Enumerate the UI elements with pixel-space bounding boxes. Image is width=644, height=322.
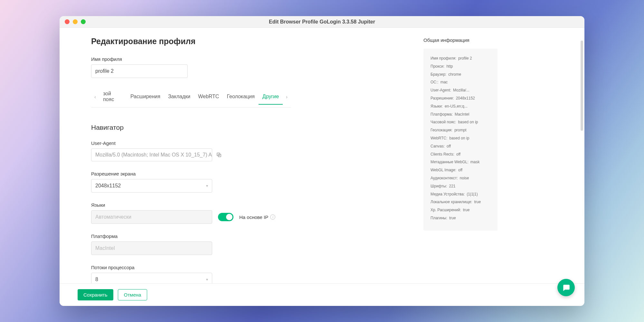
user-agent-input[interactable]: Mozilla/5.0 (Macintosh; Intel Mac OS X 1…	[91, 148, 212, 161]
summary-value: off	[447, 144, 451, 149]
summary-value: en-US,en;q...	[445, 104, 468, 109]
summary-key: Часовой пояс:	[431, 119, 456, 125]
summary-key: Геолокация:	[431, 128, 452, 133]
summary-key: Хр. Расширений:	[431, 207, 461, 213]
titlebar: Edit Browser Profile GoLogin 3.3.58 Jupi…	[60, 16, 584, 28]
summary-value: MacIntel	[455, 112, 469, 117]
resolution-select[interactable]: 2048x1152 ▾	[91, 179, 212, 193]
summary-row: Clients Rects:off	[431, 152, 490, 157]
resolution-field: Разрешение экрана 2048x1152 ▾	[91, 171, 423, 193]
languages-placeholder: Автоматически	[95, 214, 131, 220]
cancel-button[interactable]: Отмена	[118, 289, 147, 300]
summary-key: Плагины:	[431, 215, 447, 221]
tab-label: Другие	[262, 94, 279, 99]
summary-key: Clients Rects:	[431, 152, 454, 157]
chevron-down-icon: ▾	[206, 184, 208, 188]
tab-label: Геолокация	[227, 94, 254, 99]
minimize-window-icon[interactable]	[73, 19, 78, 24]
summary-value: true	[474, 199, 481, 205]
navigator-heading: Навигатор	[91, 124, 423, 131]
tabs-scroll-right[interactable]: ›	[283, 94, 291, 104]
copy-icon[interactable]	[216, 152, 222, 158]
summary-row: Локальное хранилище:true	[431, 199, 490, 205]
tab-label: зой пояс	[103, 91, 114, 102]
summary-row: Метаданные WebGL:mask	[431, 159, 490, 165]
summary-value: 221	[449, 184, 455, 189]
platform-label: Платформа	[91, 233, 423, 239]
user-agent-field: User-Agent Mozilla/5.0 (Macintosh; Intel…	[91, 140, 423, 161]
summary-row: User-Agent:Mozilla/...	[431, 88, 490, 93]
summary-row: Canvas:off	[431, 144, 490, 149]
fullscreen-window-icon[interactable]	[81, 19, 86, 24]
summary-key: Имя профиля:	[431, 56, 456, 61]
cpu-label: Потоки процессора	[91, 265, 423, 270]
chevron-left-icon: ‹	[94, 94, 96, 99]
tabs-scroll-left[interactable]: ‹	[91, 94, 99, 104]
summary-row: Плагины:true	[431, 215, 490, 221]
summary-row: Шрифты:221	[431, 184, 490, 189]
resolution-value: 2048x1152	[95, 183, 121, 189]
cpu-select[interactable]: 8 ▾	[91, 273, 212, 283]
platform-input: MacIntel	[91, 242, 212, 255]
summary-row: Разрешение:2048x1152	[431, 96, 490, 101]
platform-value: MacIntel	[95, 245, 115, 251]
summary-key: Шрифты:	[431, 184, 447, 189]
info-icon[interactable]: i	[270, 214, 275, 220]
summary-value: off	[456, 152, 460, 157]
profile-name-label: Имя профиля	[91, 56, 423, 62]
summary-key: Языки:	[431, 104, 443, 109]
summary-value: mac	[440, 80, 448, 85]
chat-icon	[562, 283, 570, 292]
summary-row: Аудиоконтекст:noise	[431, 175, 490, 181]
summary-key: Платформа:	[431, 112, 453, 117]
summary-row: Хр. Расширений:true	[431, 207, 490, 213]
summary-value: profile 2	[458, 56, 472, 61]
user-agent-label: User-Agent	[91, 140, 423, 146]
footer: Сохранить Отмена	[60, 283, 584, 306]
summary-key: Прокси:	[431, 64, 444, 69]
close-window-icon[interactable]	[65, 19, 70, 24]
tabs: ‹ зой пояс Расширения Закладки WebRTC Ге…	[91, 91, 291, 108]
summary-key: Canvas:	[431, 144, 445, 149]
languages-ip-toggle[interactable]	[218, 213, 233, 221]
summary-row: Часовой пояс:based on ip	[431, 119, 490, 125]
tab-other[interactable]: Другие	[259, 94, 283, 105]
summary-value: noise	[460, 175, 469, 181]
summary-value: (1|1|1)	[467, 192, 478, 197]
summary-row: Языки:en-US,en;q...	[431, 104, 490, 109]
resolution-label: Разрешение экрана	[91, 171, 423, 176]
chevron-right-icon: ›	[286, 94, 288, 99]
summary-row: Браузер:chrome	[431, 72, 490, 77]
summary-value: prompt	[454, 128, 466, 133]
summary-value: based on ip	[458, 119, 478, 125]
tab-bookmarks[interactable]: Закладки	[164, 94, 194, 105]
summary-row: ОС::mac	[431, 80, 490, 85]
summary-row: WebGL Image:off	[431, 167, 490, 173]
page-title: Редактирование профиля	[91, 37, 423, 46]
summary-row: Геолокация:prompt	[431, 128, 490, 133]
tab-timezone[interactable]: зой пояс	[99, 91, 127, 108]
summary-key: WebRTC:	[431, 136, 447, 141]
summary-value: mask	[470, 159, 480, 165]
save-button[interactable]: Сохранить	[78, 289, 113, 300]
tab-webrtc[interactable]: WebRTC	[194, 94, 223, 105]
main-column: Редактирование профиля Имя профиля ‹ зой…	[60, 30, 423, 283]
content-area: Редактирование профиля Имя профиля ‹ зой…	[60, 28, 584, 283]
summary-title: Общая информация	[423, 37, 539, 43]
tab-extensions[interactable]: Расширения	[127, 94, 164, 105]
chevron-down-icon: ▾	[206, 277, 208, 282]
tab-geolocation[interactable]: Геолокация	[223, 94, 258, 105]
tab-label: WebRTC	[198, 94, 219, 99]
cpu-field: Потоки процессора 8 ▾	[91, 265, 423, 283]
summary-value: Mozilla/...	[453, 88, 469, 93]
cpu-value: 8	[95, 277, 98, 282]
app-window: Edit Browser Profile GoLogin 3.3.58 Jupi…	[60, 16, 584, 306]
profile-name-input[interactable]	[91, 64, 188, 78]
scrollbar-thumb[interactable]	[581, 41, 583, 131]
summary-row: WebRTC:based on ip	[431, 136, 490, 141]
chat-fab[interactable]	[557, 279, 575, 296]
languages-input: Автоматически	[91, 210, 212, 224]
scroll-area[interactable]: Редактирование профиля Имя профиля ‹ зой…	[60, 28, 584, 283]
languages-toggle-label: На основе IP i	[239, 214, 275, 220]
summary-key: Аудиоконтекст:	[431, 175, 458, 181]
